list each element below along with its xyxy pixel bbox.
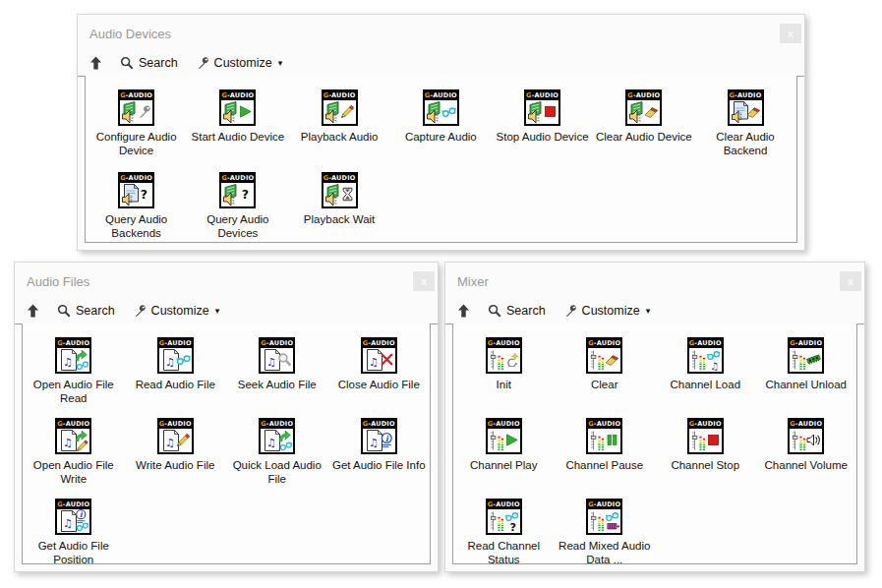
palette-item-channel-play[interactable]: G-AUDIOChannel Play — [453, 412, 555, 493]
palette-item-clear-audio-backend[interactable]: G-AUDIOClear Audio Backend — [694, 84, 795, 166]
palette-item-channel-load[interactable]: G-AUDIOChannel Load — [655, 331, 756, 412]
search-label: Search — [506, 304, 546, 318]
palette-item-label: Configure Audio Device — [88, 130, 185, 157]
palette-item-configure-audio-device[interactable]: G-AUDIOConfigure Audio Device — [86, 84, 187, 166]
customize-button[interactable]: Customize▾ — [563, 304, 651, 318]
file-vi-icon: G-AUDIO — [55, 418, 91, 454]
toolbar: Search Customize▾ — [78, 50, 804, 76]
titlebar[interactable]: Mixer x — [445, 263, 864, 298]
palette-item-playback-audio[interactable]: G-AUDIOPlayback Audio — [288, 84, 389, 166]
palette-item-label: Open Audio File Read — [25, 378, 123, 405]
palette-item-label: Channel Unload — [766, 378, 847, 391]
close-button[interactable]: x — [413, 271, 435, 291]
palette-item-close-audio-file[interactable]: G-AUDIOClose Audio File — [328, 331, 431, 412]
g-audio-banner: G-AUDIO — [588, 339, 620, 348]
speaker-vi-icon: G-AUDIO — [219, 89, 256, 126]
palette-item-playback-wait[interactable]: G-AUDIOPlayback Wait — [288, 166, 389, 243]
palette-item-channel-stop[interactable]: G-AUDIOChannel Stop — [655, 412, 756, 493]
g-audio-banner: G-AUDIO — [730, 91, 762, 100]
palette-item-open-audio-file-write[interactable]: G-AUDIOOpen Audio File Write — [23, 412, 125, 493]
g-audio-banner: G-AUDIO — [790, 420, 822, 429]
palette-item-channel-pause[interactable]: G-AUDIOChannel Pause — [555, 412, 656, 493]
docspeaker-vi-icon: G-AUDIO — [728, 89, 764, 126]
g-audio-banner: G-AUDIO — [159, 420, 192, 429]
g-audio-banner: G-AUDIO — [159, 339, 192, 348]
palette-item-capture-audio[interactable]: G-AUDIOCapture Audio — [390, 84, 492, 166]
palette-item-label: Init — [497, 378, 511, 391]
palette-item-label: Channel Load — [670, 378, 740, 391]
window-title: Mixer — [457, 274, 489, 289]
search-button[interactable]: Search — [488, 304, 546, 318]
g-audio-banner: G-AUDIO — [221, 174, 254, 183]
mixer-vi-icon: G-AUDIO — [788, 337, 824, 374]
palette-item-label: Write Audio File — [136, 458, 214, 472]
palette-item-label: Clear Audio Backend — [696, 130, 794, 157]
palette-item-init[interactable]: G-AUDIOInit — [453, 331, 555, 412]
customize-label: Customize — [582, 304, 640, 318]
palette-item-read-audio-file[interactable]: G-AUDIORead Audio File — [125, 331, 227, 412]
palette-item-query-audio-backends[interactable]: G-AUDIOQuery Audio Backends — [86, 166, 187, 243]
palette-item-channel-unload[interactable]: G-AUDIOChannel Unload — [756, 331, 857, 412]
palette-item-seek-audio-file[interactable]: G-AUDIOSeek Audio File — [226, 331, 328, 412]
palette-item-write-audio-file[interactable]: G-AUDIOWrite Audio File — [125, 412, 227, 493]
speaker-vi-icon: G-AUDIO — [423, 89, 459, 126]
up-arrow-icon — [27, 304, 39, 318]
palette-item-get-audio-file-position[interactable]: G-AUDIOGet Audio File Position — [23, 493, 125, 564]
palette-item-label: Seek Audio File — [238, 378, 317, 391]
palette-item-label: Channel Pause — [565, 458, 643, 472]
g-audio-banner: G-AUDIO — [57, 500, 89, 509]
palette-item-label: Playback Audio — [301, 130, 379, 144]
g-audio-banner: G-AUDIO — [689, 339, 722, 348]
wrench-icon — [133, 304, 147, 318]
toolbar: Search Customize▾ — [445, 298, 864, 323]
palette-item-read-mixed-audio-data[interactable]: G-AUDIORead Mixed Audio Data ... — [555, 493, 656, 564]
close-button[interactable]: x — [840, 271, 861, 291]
g-audio-banner: G-AUDIO — [689, 420, 722, 429]
palette-item-clear-audio-device[interactable]: G-AUDIOClear Audio Device — [593, 84, 694, 166]
magnifier-icon — [488, 304, 501, 318]
up-button[interactable] — [89, 56, 102, 70]
palette-item-label: Start Audio Device — [192, 130, 285, 144]
palette-item-clear[interactable]: G-AUDIOClear — [555, 331, 656, 412]
speaker-vi-icon: G-AUDIO — [118, 89, 154, 126]
up-arrow-icon — [457, 304, 470, 318]
up-arrow-icon — [89, 56, 102, 70]
g-audio-banner: G-AUDIO — [323, 91, 356, 100]
g-audio-banner: G-AUDIO — [363, 420, 395, 429]
up-button[interactable] — [27, 304, 39, 318]
palette-item-read-channel-status[interactable]: G-AUDIORead Channel Status — [453, 493, 555, 564]
window-title: Audio Devices — [89, 27, 171, 41]
search-button[interactable]: Search — [120, 56, 178, 70]
palette-item-open-audio-file-read[interactable]: G-AUDIOOpen Audio File Read — [23, 331, 125, 412]
g-audio-banner: G-AUDIO — [363, 339, 395, 348]
mixer-vi-icon: G-AUDIO — [486, 337, 522, 374]
palette-item-label: Read Audio File — [136, 378, 215, 391]
speaker-vi-icon: G-AUDIO — [322, 89, 358, 126]
close-button[interactable]: x — [780, 24, 801, 43]
file-vi-icon: G-AUDIO — [259, 418, 295, 454]
palette-item-label: Clear Audio Device — [596, 130, 692, 144]
speaker-vi-icon: G-AUDIO — [322, 172, 358, 208]
customize-button[interactable]: Customize▾ — [196, 56, 283, 70]
palette-item-query-audio-devices[interactable]: G-AUDIOQuery Audio Devices — [187, 166, 288, 243]
palette-item-start-audio-device[interactable]: G-AUDIOStart Audio Device — [187, 84, 288, 166]
palette-grid-audio-files: G-AUDIOOpen Audio File ReadG-AUDIORead A… — [22, 323, 431, 564]
palette-item-stop-audio-device[interactable]: G-AUDIOStop Audio Device — [492, 84, 593, 166]
titlebar[interactable]: Audio Files x — [15, 263, 438, 298]
mixer-vi-icon: G-AUDIO — [586, 499, 622, 535]
titlebar[interactable]: Audio Devices x — [78, 15, 804, 50]
search-button[interactable]: Search — [57, 304, 115, 318]
file-vi-icon: G-AUDIO — [157, 418, 194, 454]
speaker-vi-icon: G-AUDIO — [219, 172, 256, 208]
up-button[interactable] — [457, 304, 470, 318]
customize-button[interactable]: Customize▾ — [133, 304, 220, 318]
speaker-vi-icon: G-AUDIO — [524, 89, 560, 126]
g-audio-banner: G-AUDIO — [488, 420, 520, 429]
palette-item-get-audio-file-info[interactable]: G-AUDIOGet Audio File Info — [328, 412, 431, 493]
chevron-down-icon: ▾ — [215, 307, 220, 316]
speaker-vi-icon: G-AUDIO — [625, 89, 662, 126]
g-audio-banner: G-AUDIO — [120, 174, 152, 183]
palette-item-label: Read Mixed Audio Data ... — [557, 539, 654, 564]
palette-item-channel-volume[interactable]: G-AUDIOChannel Volume — [756, 412, 857, 493]
palette-item-quick-load-audio-file[interactable]: G-AUDIOQuick Load Audio File — [226, 412, 328, 493]
